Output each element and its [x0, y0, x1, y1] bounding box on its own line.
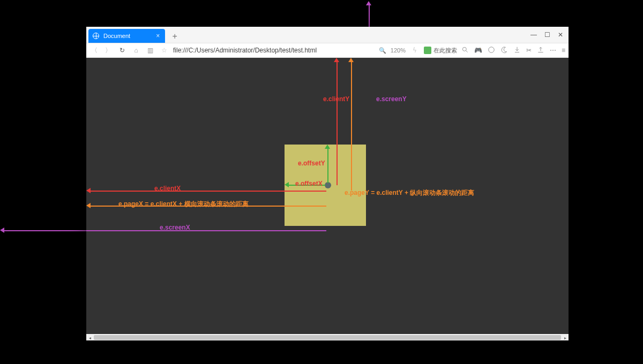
library-icon[interactable]: ▥ [145, 47, 155, 54]
horizontal-scrollbar[interactable]: ◂ ▸ [86, 334, 569, 340]
pagey-arrow [351, 62, 352, 191]
toolbar-icons: 🎮 ✂ ⋯ ≡ [461, 46, 565, 55]
clientx-label: e.clientX [154, 185, 181, 192]
clientx-arrow [91, 191, 326, 192]
more-icon[interactable]: ⋯ [550, 47, 556, 54]
clientx-arrowhead [86, 188, 91, 193]
maximize-icon[interactable]: ☐ [544, 31, 550, 39]
tab-title: Document [103, 33, 130, 39]
menu-icon[interactable]: ≡ [562, 47, 565, 54]
tab-strip: Document × + — ☐ ✕ [86, 27, 569, 43]
forward-icon[interactable]: 〉 [103, 46, 113, 55]
moon-icon[interactable] [500, 46, 508, 55]
clienty-arrow [337, 62, 338, 185]
search-placeholder: 在此搜索 [433, 47, 457, 55]
clienty-label: e.clientY [323, 95, 349, 103]
scrollbar-thumb[interactable] [94, 335, 561, 340]
refresh-icon[interactable]: ↻ [117, 47, 127, 54]
clienty-arrowhead [334, 58, 339, 62]
close-tab-icon[interactable]: × [156, 32, 160, 40]
pagex-label: e.pageX = e.clientX + 横向滚动条滚动的距离 [118, 200, 249, 209]
download-icon[interactable] [513, 46, 521, 55]
offsetx-arrowhead [285, 182, 289, 187]
viewport: e.offsetX e.offsetY e.clientX e.clientY … [86, 58, 569, 340]
scissors-icon[interactable]: ✂ [526, 47, 532, 54]
offsety-arrowhead [325, 145, 330, 149]
star-icon[interactable]: ☆ [159, 47, 169, 54]
svg-point-0 [462, 47, 466, 51]
zoom-level: 120% [391, 47, 406, 54]
pagey-arrowhead [348, 58, 354, 62]
offsetx-label: e.offsetX [295, 180, 323, 187]
search-box[interactable]: 在此搜索 [424, 47, 457, 55]
screenx-arrow-inside [86, 230, 326, 231]
bolt-icon[interactable]: ϟ [410, 47, 420, 54]
controller-icon[interactable]: 🎮 [474, 47, 482, 54]
search-icon[interactable] [461, 46, 469, 55]
svg-point-1 [489, 47, 495, 52]
scroll-right-icon[interactable]: ▸ [562, 335, 569, 340]
offsety-label: e.offsetY [298, 160, 325, 167]
window-controls: — ☐ ✕ [523, 27, 569, 43]
share-icon[interactable] [537, 46, 544, 55]
pagex-arrowhead [86, 203, 91, 208]
search-engine-icon [424, 47, 431, 54]
new-tab-button[interactable]: + [168, 30, 181, 43]
zoom-icon[interactable]: 🔍 [379, 47, 386, 54]
url-field[interactable]: file:///C:/Users/Administrator/Desktop/t… [173, 47, 317, 54]
globe-icon [93, 33, 99, 39]
home-icon[interactable]: ⌂ [131, 47, 141, 54]
active-tab[interactable]: Document × [88, 29, 165, 43]
browser-window: Document × + — ☐ ✕ 〈 〉 ↻ ⌂ ▥ ☆ file:///C… [86, 27, 569, 340]
screeny-label: e.screenY [376, 95, 407, 103]
address-bar: 〈 〉 ↻ ⌂ ▥ ☆ file:///C:/Users/Administrat… [86, 43, 569, 58]
offsety-arrow [327, 149, 328, 183]
scroll-left-icon[interactable]: ◂ [86, 335, 93, 340]
page-content: e.offsetX e.offsetY e.clientX e.clientY … [86, 58, 569, 334]
face-icon[interactable] [488, 46, 495, 55]
back-icon[interactable]: 〈 [89, 46, 99, 55]
minimize-icon[interactable]: — [530, 31, 537, 39]
close-window-icon[interactable]: ✕ [558, 31, 563, 39]
pagey-label: e.pageY = e.clientY + 纵向滚动条滚动的距离 [345, 188, 474, 198]
